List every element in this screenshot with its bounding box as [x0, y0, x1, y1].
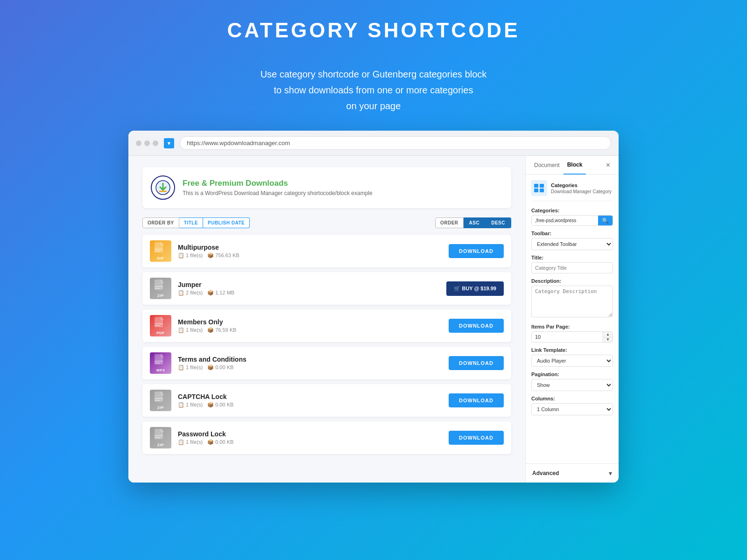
file-icon	[155, 242, 167, 256]
items-per-page-input[interactable]	[532, 332, 603, 342]
svg-rect-15	[155, 400, 160, 401]
item-icon: ZIP	[150, 427, 171, 448]
logo-svg	[155, 180, 171, 196]
logo-circle	[151, 175, 175, 200]
item-title: CAPTCHA Lock	[178, 393, 442, 400]
svg-rect-11	[155, 361, 163, 362]
item-type-label: ZIP	[150, 406, 171, 410]
downloads-description: This is a WordPress Download Manager cat…	[183, 190, 373, 196]
categories-label: Categories:	[531, 208, 613, 213]
svg-rect-2	[155, 249, 163, 250]
download-list: GIFMultipurpose📋 1 file(s)📦 756.63 KBDOW…	[142, 235, 511, 454]
categories-input[interactable]	[532, 216, 598, 225]
tab-document[interactable]: Document	[530, 156, 564, 174]
item-meta: 📋 1 file(s)📦 756.63 KB	[178, 252, 442, 259]
table-row: ZIPCAPTCHA Lock📋 1 file(s)📦 0.00 KBDOWNL…	[142, 384, 511, 417]
filter-bar: ORDER BY TITLE PUBLISH DATE ORDER ASC DE…	[142, 217, 511, 228]
file-icon	[155, 429, 167, 443]
browser-dots	[136, 140, 158, 146]
toolbar-select[interactable]: Extended Toolbar Simple Toolbar None	[531, 238, 613, 250]
spinner-wrap: ▲ ▼	[603, 332, 613, 342]
pagination-select[interactable]: Show Hide	[531, 379, 613, 391]
block-title-group: Categories Download Manager Category	[551, 182, 612, 194]
item-title: Password Lock	[178, 430, 442, 438]
panel-tabs: Document Block ×	[526, 156, 619, 175]
item-type-label: ZIP	[150, 443, 171, 447]
item-meta: 📋 1 file(s)📦 76.59 KB	[178, 327, 442, 333]
advanced-label: Advanced	[532, 470, 559, 476]
description-textarea[interactable]	[531, 286, 613, 317]
block-icon	[531, 180, 547, 196]
spinner-down[interactable]: ▼	[603, 337, 613, 343]
block-subtitle: Download Manager Category	[551, 189, 612, 194]
item-meta: 📋 1 file(s)📦 0.00 KB	[178, 439, 442, 445]
categories-search-btn[interactable]: 🔍	[598, 216, 613, 225]
table-row: PDFMembers Only📋 1 file(s)📦 76.59 KBDOWN…	[142, 309, 511, 342]
item-files: 📋 1 file(s)	[178, 402, 203, 408]
item-size: 📦 756.63 KB	[207, 252, 239, 259]
asc-btn[interactable]: ASC	[464, 217, 486, 228]
spinner-up[interactable]: ▲	[603, 332, 613, 337]
item-icon: MP3	[150, 352, 171, 374]
filter-publish-date-btn[interactable]: PUBLISH DATE	[203, 217, 250, 228]
columns-select[interactable]: 1 Column 2 Columns 3 Columns	[531, 403, 613, 415]
panel-close-btn[interactable]: ×	[602, 157, 614, 173]
toolbar-label: Toolbar:	[531, 231, 613, 236]
item-size: 📦 1.12 MB	[207, 290, 234, 296]
svg-rect-20	[534, 189, 538, 192]
svg-rect-12	[155, 363, 160, 364]
block-header: Categories Download Manager Category	[531, 180, 613, 201]
browser-favicon: ▼	[164, 138, 174, 148]
item-title: Jumper	[178, 281, 440, 288]
download-button[interactable]: DOWNLOAD	[449, 431, 504, 445]
svg-rect-14	[155, 398, 163, 399]
item-files: 📋 1 file(s)	[178, 252, 203, 259]
buy-button[interactable]: 🛒 BUY @ $19.99	[446, 281, 504, 296]
svg-rect-18	[155, 437, 160, 438]
item-icon: ZIP	[150, 278, 171, 299]
item-meta: 📋 2 file(s)📦 1.12 MB	[178, 290, 440, 296]
description-label: Description:	[531, 278, 613, 284]
page-header: CATEGORY SHORTCODE Use category shortcod…	[227, 19, 520, 114]
file-icon	[155, 317, 167, 331]
dot-maximize[interactable]	[153, 140, 158, 146]
downloads-header: Free & Premium Downloads This is a WordP…	[142, 167, 511, 208]
item-meta: 📋 1 file(s)📦 0.00 KB	[178, 402, 442, 408]
chevron-down-icon: ▾	[609, 469, 612, 477]
title-input[interactable]	[531, 262, 613, 273]
dot-minimize[interactable]	[144, 140, 150, 146]
description-field: Description:	[531, 278, 613, 319]
item-title: Members Only	[178, 318, 442, 326]
dot-close[interactable]	[136, 140, 141, 146]
title-label: Title:	[531, 255, 613, 260]
item-files: 📋 1 file(s)	[178, 364, 203, 371]
pagination-label: Pagination:	[531, 371, 613, 377]
item-type-label: MP3	[150, 368, 171, 372]
download-button[interactable]: DOWNLOAD	[449, 244, 504, 258]
item-info: Multipurpose📋 1 file(s)📦 756.63 KB	[178, 244, 442, 259]
advanced-section[interactable]: Advanced ▾	[526, 463, 619, 483]
browser-content: Free & Premium Downloads This is a WordP…	[128, 156, 619, 483]
link-template-select[interactable]: Audio Player Default Box List	[531, 355, 613, 367]
item-type-label: PDF	[150, 331, 171, 335]
title-field: Title:	[531, 255, 613, 273]
pagination-field: Pagination: Show Hide	[531, 371, 613, 391]
svg-rect-3	[155, 251, 160, 252]
download-button[interactable]: DOWNLOAD	[449, 393, 504, 407]
table-row: ZIPPassword Lock📋 1 file(s)📦 0.00 KBDOWN…	[142, 421, 511, 454]
link-template-field: Link Template: Audio Player Default Box …	[531, 347, 613, 367]
panel-body: Categories Download Manager Category Cat…	[526, 175, 619, 463]
download-button[interactable]: DOWNLOAD	[449, 356, 504, 370]
item-meta: 📋 1 file(s)📦 0.00 KB	[178, 364, 442, 371]
browser-url-bar[interactable]: https://www.wpdownloadmanager.com	[180, 136, 611, 150]
categories-field: Categories: 🔍	[531, 208, 613, 226]
items-per-page-field: Items Par Page: ▲ ▼	[531, 324, 613, 343]
item-type-label: GIF	[150, 256, 171, 260]
item-info: Password Lock📋 1 file(s)📦 0.00 KB	[178, 430, 442, 445]
filter-title-btn[interactable]: TITLE	[179, 217, 203, 228]
tab-block[interactable]: Block	[564, 156, 586, 175]
download-button[interactable]: DOWNLOAD	[449, 319, 504, 333]
item-icon: PDF	[150, 315, 171, 336]
items-per-page-label: Items Par Page:	[531, 324, 613, 329]
desc-btn[interactable]: DESC	[486, 217, 511, 228]
